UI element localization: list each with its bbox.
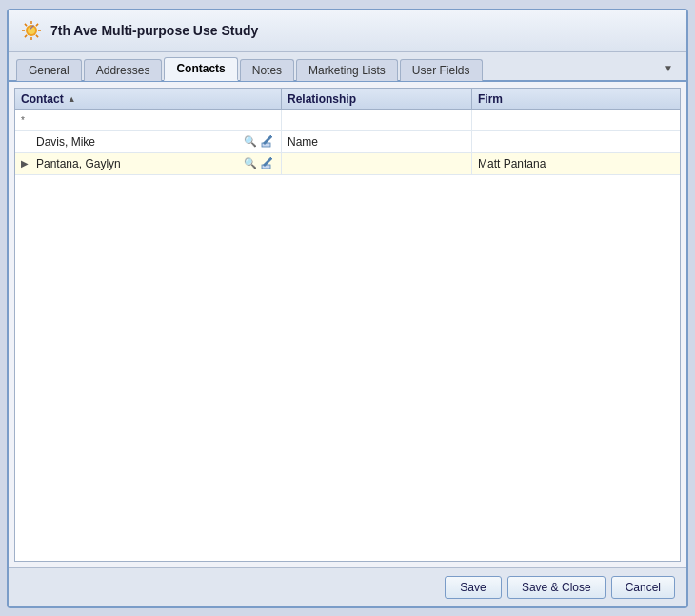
cancel-button[interactable]: Cancel xyxy=(611,576,675,599)
contact-name-2: Pantana, Gaylyn xyxy=(36,157,243,170)
sort-icon-contact: ▲ xyxy=(68,94,76,104)
tabs-bar: General Addresses Contacts Notes Marketi… xyxy=(9,52,686,82)
column-header-firm: Firm xyxy=(472,89,680,109)
tab-user-fields[interactable]: User Fields xyxy=(400,59,483,81)
svg-line-8 xyxy=(36,24,38,26)
svg-line-6 xyxy=(25,24,27,26)
table-row[interactable]: Davis, Mike 🔍 xyxy=(15,131,680,153)
grid-header: Contact ▲ Relationship Firm xyxy=(15,89,680,110)
app-icon xyxy=(20,19,43,42)
svg-line-9 xyxy=(25,35,27,37)
relationship-cell-new xyxy=(282,110,472,130)
contact-cell-2: ▶ Pantana, Gaylyn 🔍 xyxy=(15,153,282,174)
column-header-contact: Contact ▲ xyxy=(15,89,282,109)
grid-body: * Davis, Mike xyxy=(15,110,680,561)
svg-rect-10 xyxy=(262,143,270,147)
contacts-grid: Contact ▲ Relationship Firm * xyxy=(14,88,681,562)
firm-cell-2: Matt Pantana xyxy=(472,153,680,174)
row-indicator-new: * xyxy=(21,115,34,126)
relationship-cell-1: Name xyxy=(282,131,472,152)
relationship-cell-2 xyxy=(282,153,472,174)
svg-rect-13 xyxy=(262,165,270,169)
content-area: Contact ▲ Relationship Firm * xyxy=(9,82,686,567)
search-icon-2[interactable]: 🔍 xyxy=(243,156,258,171)
firm-cell-1 xyxy=(472,131,680,152)
edit-icon-2[interactable] xyxy=(260,156,275,171)
row-indicator-2: ▶ xyxy=(21,158,34,169)
tab-addresses[interactable]: Addresses xyxy=(84,59,163,81)
save-button[interactable]: Save xyxy=(445,576,502,599)
title-bar: 7th Ave Multi-purpose Use Study xyxy=(9,10,686,52)
tab-marketing-lists[interactable]: Marketing Lists xyxy=(296,59,398,81)
contact-cell-1: Davis, Mike 🔍 xyxy=(15,131,282,152)
dialog-title: 7th Ave Multi-purpose Use Study xyxy=(50,23,258,38)
tab-general[interactable]: General xyxy=(16,59,82,81)
tabs-overflow-arrow[interactable]: ▼ xyxy=(658,59,679,77)
footer: Save Save & Close Cancel xyxy=(9,567,686,606)
tab-contacts[interactable]: Contacts xyxy=(164,57,237,81)
table-row[interactable]: * xyxy=(15,110,680,131)
contact-cell-new: * xyxy=(15,110,282,130)
dialog: 7th Ave Multi-purpose Use Study General … xyxy=(7,9,688,608)
svg-line-7 xyxy=(36,35,38,37)
tab-notes[interactable]: Notes xyxy=(240,59,294,81)
save-close-button[interactable]: Save & Close xyxy=(507,576,606,599)
firm-cell-new xyxy=(472,110,680,130)
table-row[interactable]: ▶ Pantana, Gaylyn 🔍 xyxy=(15,153,680,175)
column-header-relationship: Relationship xyxy=(282,89,472,109)
contact-name-1: Davis, Mike xyxy=(36,135,243,149)
search-icon-1[interactable]: 🔍 xyxy=(243,134,258,149)
edit-icon-1[interactable] xyxy=(260,134,275,149)
